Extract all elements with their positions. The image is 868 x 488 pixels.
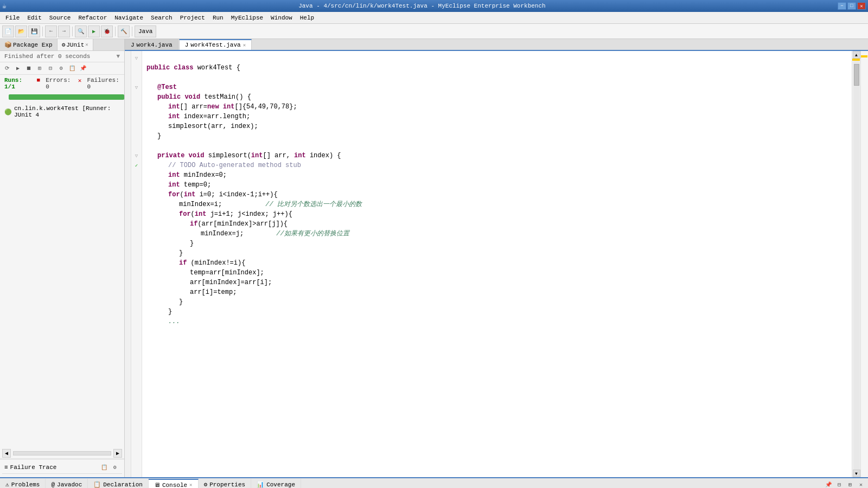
- properties-label: Properties: [209, 481, 245, 488]
- gutter-empty-11: [131, 190, 142, 200]
- package-explorer-label: Package Exp: [13, 42, 53, 48]
- close-button[interactable]: ✕: [857, 2, 866, 10]
- kw-if1: if: [190, 219, 197, 229]
- simplesort-sig: simplesort(: [208, 151, 251, 160]
- maximize-button[interactable]: □: [847, 2, 856, 10]
- new-button[interactable]: 📄: [2, 25, 14, 37]
- declaration-icon: 📋: [93, 481, 101, 488]
- forward-button[interactable]: →: [58, 25, 70, 37]
- junit-view-button[interactable]: 📋: [67, 63, 77, 73]
- progress-bar-container: [4, 93, 120, 101]
- scrollbar-thumb[interactable]: [854, 64, 859, 86]
- editor-tab-work4[interactable]: J work4.java: [125, 39, 178, 50]
- build-button[interactable]: 🔨: [118, 25, 130, 37]
- back-button[interactable]: ←: [45, 25, 57, 37]
- code-line-6: int[] arr=new int[]{54,49,70,78};: [142, 102, 852, 112]
- run-button[interactable]: ▶: [88, 25, 100, 37]
- menu-edit[interactable]: Edit: [24, 14, 44, 22]
- menu-file[interactable]: File: [2, 14, 23, 22]
- nav-scroll[interactable]: [13, 451, 111, 455]
- editor-tab-work4test[interactable]: J work4Test.java ✕: [179, 39, 252, 50]
- code-line-19: minIndex=j;//如果有更小的替换位置: [142, 229, 852, 239]
- right-scrollbar[interactable]: ▲ ▼: [852, 51, 860, 477]
- close-brace-2: }: [190, 239, 194, 248]
- code-line-11: private void simplesort(int[] arr, int i…: [142, 151, 852, 160]
- problems-tab[interactable]: ⚠ Problems: [0, 479, 46, 489]
- filter-trace-button[interactable]: ⚙: [110, 463, 120, 472]
- menu-run[interactable]: Run: [209, 14, 227, 22]
- console-tab[interactable]: 🖥 Console ✕: [149, 479, 199, 489]
- code-content[interactable]: public class work4Test { @Test public vo…: [142, 51, 852, 477]
- search-toolbar-button[interactable]: 🔍: [75, 25, 87, 37]
- junit-stop-button[interactable]: ⏹: [24, 63, 34, 73]
- menu-refactor[interactable]: Refactor: [75, 14, 110, 22]
- save-button[interactable]: 💾: [28, 25, 40, 37]
- index-decl: index=arr.length;: [184, 112, 250, 121]
- junit-tree-item[interactable]: 🟢 cn.lin.k.work4Test [Runner: JUnit 4: [2, 104, 122, 119]
- properties-tab[interactable]: ⚙ Properties: [199, 479, 252, 489]
- junit-expand-button[interactable]: ⊞: [35, 63, 44, 73]
- code-line-7: int index=arr.length;: [142, 112, 852, 121]
- code-editor: ▽ ▽ ▽ ✓ public class wor: [125, 51, 868, 477]
- pin-bottom-button[interactable]: 📌: [824, 480, 833, 489]
- junit-collapse-button[interactable]: ⊟: [46, 63, 55, 73]
- minimize-bottom-button[interactable]: ⊟: [834, 480, 844, 489]
- console-tab-close[interactable]: ✕: [189, 482, 192, 488]
- bottom-panel-controls: 📌 ⊟ ⊞ ✕: [824, 480, 868, 489]
- scroll-up-button[interactable]: ▲: [853, 51, 860, 59]
- debug-button[interactable]: 🐞: [101, 25, 113, 37]
- scrollbar-track[interactable]: [853, 59, 860, 470]
- junit-history-button[interactable]: ⟳: [2, 63, 12, 73]
- title-bar-left: ☕: [2, 2, 7, 10]
- menu-window[interactable]: Window: [267, 14, 296, 22]
- failure-trace-icons: 📋 ⚙: [99, 463, 120, 472]
- menu-search[interactable]: Search: [148, 14, 176, 22]
- kw-public: public: [146, 63, 174, 73]
- junit-tab[interactable]: ⚙ JUnit ✕: [58, 39, 93, 50]
- menu-help[interactable]: Help: [297, 14, 317, 22]
- nav-right-button[interactable]: ▶: [113, 449, 122, 458]
- kw-class: class: [174, 63, 197, 73]
- work4test-tab-close[interactable]: ✕: [243, 42, 246, 48]
- menu-navigate[interactable]: Navigate: [111, 14, 146, 22]
- coverage-tab[interactable]: 📊 Coverage: [251, 479, 301, 489]
- menu-project[interactable]: Project: [177, 14, 208, 22]
- junit-tab-close[interactable]: ✕: [85, 42, 88, 48]
- editor-tabs: J work4.java J work4Test.java ✕: [125, 39, 868, 51]
- copy-trace-button[interactable]: 📋: [99, 463, 109, 472]
- package-explorer-tab[interactable]: 📦 Package Exp: [0, 39, 58, 50]
- left-panel-tabs: 📦 Package Exp ⚙ JUnit ✕: [0, 39, 124, 51]
- errors-stat: Errors: 0: [46, 77, 73, 90]
- javadoc-tab[interactable]: @ Javadoc: [46, 479, 88, 489]
- java-perspective-button[interactable]: Java: [135, 25, 156, 37]
- param1: [] arr,: [263, 151, 294, 160]
- temp-assign: temp=arr[minIndex];: [190, 268, 264, 278]
- gutter-collapse-3[interactable]: ▽: [131, 151, 142, 160]
- gutter-collapse-2[interactable]: ▽: [131, 82, 142, 92]
- maximize-bottom-button[interactable]: ⊞: [845, 480, 855, 489]
- junit-tree[interactable]: 🟢 cn.lin.k.work4Test [Runner: JUnit 4: [0, 102, 124, 448]
- scroll-down-button[interactable]: ▼: [853, 470, 860, 477]
- failures-icon: ✕: [78, 77, 82, 90]
- close-bottom-button[interactable]: ✕: [856, 480, 866, 489]
- menu-source[interactable]: Source: [46, 14, 74, 22]
- code-line-1: [142, 53, 852, 63]
- nav-left-button[interactable]: ◀: [2, 449, 11, 458]
- kw-int2: int: [223, 102, 235, 112]
- minimize-button[interactable]: −: [838, 2, 846, 10]
- dismiss-icon[interactable]: ▼: [116, 53, 120, 60]
- javadoc-label: Javadoc: [57, 481, 82, 488]
- coverage-label: Coverage: [266, 481, 295, 488]
- menu-myeclipse[interactable]: MyEclipse: [228, 14, 266, 22]
- junit-filter-button[interactable]: ⚙: [56, 63, 66, 73]
- classname: work4Test {: [197, 63, 240, 73]
- junit-pin-button[interactable]: 📌: [78, 63, 88, 73]
- editor-area: J work4.java J work4Test.java ✕ ▽ ▽: [125, 39, 868, 477]
- gutter-empty-4: [131, 102, 142, 112]
- junit-rerun-button[interactable]: ▶: [13, 63, 23, 73]
- declaration-tab[interactable]: 📋 Declaration: [88, 479, 149, 489]
- code-line-24: arr[minIndex]=arr[i];: [142, 278, 852, 287]
- open-button[interactable]: 📂: [15, 25, 27, 37]
- problems-label: Problems: [11, 481, 40, 488]
- gutter-collapse-1[interactable]: ▽: [131, 53, 142, 63]
